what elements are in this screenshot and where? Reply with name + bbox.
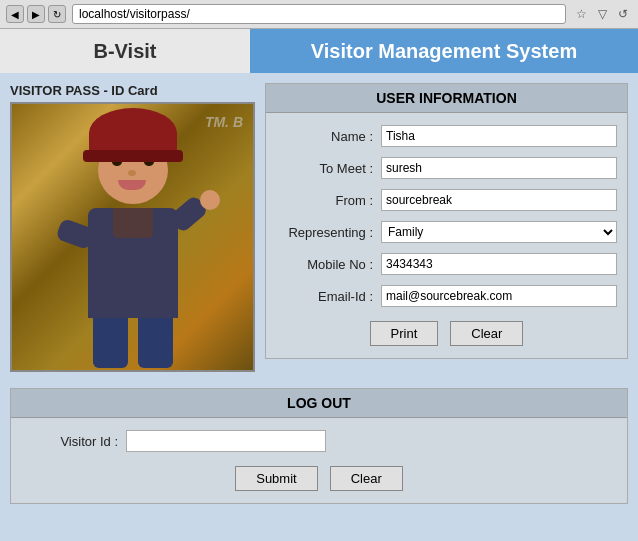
child-illustration: [88, 126, 178, 368]
reload-button[interactable]: ↻: [48, 5, 66, 23]
logout-button-row: Submit Clear: [21, 466, 617, 491]
forward-button[interactable]: ▶: [27, 5, 45, 23]
right-fist: [200, 190, 220, 210]
browser-action-icons: ☆ ▽ ↺: [572, 5, 632, 23]
logout-title: LOG OUT: [11, 389, 627, 418]
id-card-section: VISITOR PASS - ID Card TM. B: [10, 83, 255, 372]
star-icon[interactable]: ☆: [572, 5, 590, 23]
from-label: From :: [276, 193, 381, 208]
visitor-id-input[interactable]: [126, 430, 326, 452]
child-head-area: [93, 126, 173, 206]
chest-detail: [113, 208, 153, 238]
browser-nav-buttons: ◀ ▶ ↻: [6, 5, 66, 23]
refresh-icon[interactable]: ↺: [614, 5, 632, 23]
email-label: Email-Id :: [276, 289, 381, 304]
logout-section: LOG OUT Visitor Id : Submit Clear: [10, 388, 628, 504]
logout-clear-button[interactable]: Clear: [330, 466, 403, 491]
mobile-row: Mobile No :: [276, 253, 617, 275]
watermark: TM. B: [205, 114, 243, 130]
mobile-label: Mobile No :: [276, 257, 381, 272]
address-text: localhost/visitorpass/: [79, 7, 190, 21]
main-content: VISITOR PASS - ID Card TM. B: [0, 73, 638, 514]
email-row: Email-Id :: [276, 285, 617, 307]
print-button[interactable]: Print: [370, 321, 439, 346]
id-card-image: TM. B: [10, 102, 255, 372]
submit-button[interactable]: Submit: [235, 466, 317, 491]
visitor-id-label: Visitor Id :: [21, 434, 126, 449]
mobile-input[interactable]: [381, 253, 617, 275]
top-section: VISITOR PASS - ID Card TM. B: [10, 83, 628, 372]
app-header: B-Visit Visitor Management System: [0, 29, 638, 73]
email-input[interactable]: [381, 285, 617, 307]
from-input[interactable]: [381, 189, 617, 211]
user-info-panel: USER INFORMATION Name : To Meet : From :…: [265, 83, 628, 359]
child-body: [88, 208, 178, 318]
back-button[interactable]: ◀: [6, 5, 24, 23]
name-label: Name :: [276, 129, 381, 144]
to-meet-input[interactable]: [381, 157, 617, 179]
representing-select[interactable]: Family Business Official Personal Other: [381, 221, 617, 243]
representing-label: Representing :: [276, 225, 381, 240]
rss-icon[interactable]: ▽: [593, 5, 611, 23]
user-info-clear-button[interactable]: Clear: [450, 321, 523, 346]
user-info-body: Name : To Meet : From : Representing : F…: [266, 113, 627, 358]
user-info-button-row: Print Clear: [276, 321, 617, 346]
system-title: Visitor Management System: [250, 40, 638, 63]
left-arm: [55, 218, 95, 251]
nose: [128, 170, 136, 176]
logout-body: Visitor Id : Submit Clear: [11, 418, 627, 503]
to-meet-label: To Meet :: [276, 161, 381, 176]
name-input[interactable]: [381, 125, 617, 147]
address-bar[interactable]: localhost/visitorpass/: [72, 4, 566, 24]
legs: [93, 318, 173, 368]
id-card-label: VISITOR PASS - ID Card: [10, 83, 255, 98]
hat-brim: [83, 150, 183, 162]
from-row: From :: [276, 189, 617, 211]
mouth: [118, 180, 146, 190]
user-info-title: USER INFORMATION: [266, 84, 627, 113]
name-row: Name :: [276, 125, 617, 147]
representing-row: Representing : Family Business Official …: [276, 221, 617, 243]
visitor-id-row: Visitor Id :: [21, 430, 617, 452]
browser-chrome: ◀ ▶ ↻ localhost/visitorpass/ ☆ ▽ ↺: [0, 0, 638, 29]
left-leg: [93, 318, 128, 368]
right-leg: [138, 318, 173, 368]
to-meet-row: To Meet :: [276, 157, 617, 179]
app-name: B-Visit: [0, 29, 250, 73]
